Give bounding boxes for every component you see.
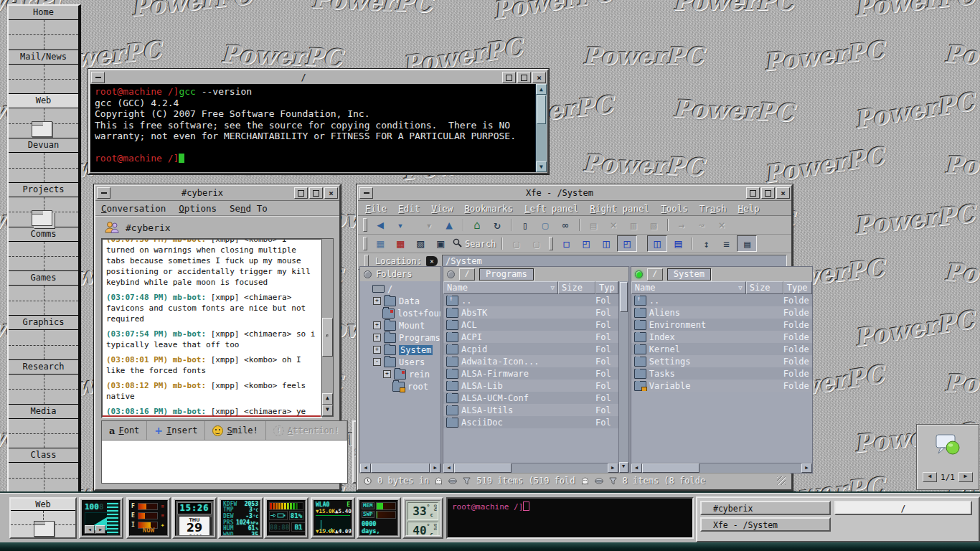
column-header-size[interactable]: Size — [558, 281, 595, 294]
up-button[interactable]: ▲ — [440, 217, 458, 232]
taskbar-pager-cell[interactable] — [11, 511, 75, 537]
file-row[interactable]: AliensFolde — [631, 306, 812, 319]
temperature-dockapp[interactable]: 33 ° c CPU 40 ° c SYS — [402, 497, 443, 539]
designer-button[interactable]: ▨ — [411, 236, 430, 251]
back-button[interactable]: ◀ — [371, 217, 390, 232]
window-button-0[interactable]: #cyberix — [700, 501, 831, 515]
chat-window[interactable]: #cyberix × ConversationOptionsSend To #c… — [94, 184, 341, 491]
terminal-titlebar[interactable]: / × — [90, 70, 547, 85]
column-header-size[interactable]: Size — [746, 281, 783, 294]
workspace-cell[interactable] — [9, 330, 78, 360]
workspace-label[interactable]: Home — [9, 6, 78, 20]
scroll-down-icon[interactable]: ▼ — [322, 405, 333, 416]
taskbar-terminal[interactable]: root@machine /] — [446, 497, 694, 539]
left-tab-label[interactable]: Programs — [479, 268, 534, 281]
file-row[interactable]: IndexFolde — [631, 331, 812, 343]
message-input[interactable] — [102, 441, 347, 483]
left-hscrollbar[interactable]: ◀ ▶ — [443, 463, 618, 473]
search-button[interactable]: Search — [451, 236, 497, 251]
workspace-cell[interactable] — [9, 463, 78, 493]
shade-button[interactable] — [502, 72, 516, 83]
workspace-cell[interactable] — [9, 65, 78, 95]
file-row[interactable]: ALSA-UCM-ConfFol — [443, 392, 618, 404]
tree-item-data[interactable]: +Data — [360, 295, 440, 307]
toolbar-grip[interactable] — [549, 237, 553, 250]
biorhythm-dockapp[interactable]: F≡E≡I✚ NOW — [126, 497, 171, 539]
menu-item-send-to[interactable]: Send To — [230, 203, 268, 214]
screen-button[interactable]: ▣ — [431, 236, 450, 251]
menu-item-edit[interactable]: Edit — [398, 203, 420, 214]
maximize-button[interactable] — [309, 187, 323, 199]
file-row[interactable]: KernelFolde — [631, 343, 812, 355]
iconify-button[interactable] — [91, 72, 105, 83]
tree-toggle-icon[interactable]: + — [373, 334, 381, 342]
workspace-pager[interactable]: HomeMail/NewsWebDevuanProjectsCommsGames… — [7, 4, 81, 496]
workspace-cell[interactable] — [9, 242, 78, 272]
scrollbar-thumb[interactable] — [322, 318, 333, 357]
tree-hscrollbar[interactable]: ◀ ▶ — [360, 463, 440, 473]
chat-titlebar[interactable]: #cyberix × — [95, 186, 339, 201]
workspace-cell[interactable] — [9, 108, 78, 138]
menu-item-conversation[interactable]: Conversation — [101, 203, 166, 214]
network-dockapp[interactable]: WLA0E ▼15.0K ▲5.40K ▼15.0K ▲4.09K — [311, 497, 355, 539]
workspace-label[interactable]: Class — [9, 448, 78, 463]
left-vscrollbar[interactable]: ▼ — [618, 281, 628, 473]
workspace-cell[interactable] — [9, 153, 78, 183]
workspace-cell[interactable] — [9, 20, 78, 50]
workspace-cell[interactable] — [9, 419, 78, 449]
tree-item-programs[interactable]: +Programs — [360, 331, 440, 344]
scroll-right-icon[interactable]: ▶ — [430, 463, 440, 473]
workspace-label[interactable]: Research — [9, 360, 78, 375]
terminal-body[interactable]: root@machine /]gcc --versiongcc (GCC) 4.… — [90, 84, 547, 172]
tree-item-rein[interactable]: +rein — [360, 368, 440, 380]
tree-toggle-icon[interactable]: + — [373, 346, 381, 354]
menu-item-file[interactable]: File — [365, 203, 387, 214]
scroll-down-icon[interactable]: ▼ — [619, 462, 628, 473]
tree-item-users[interactable]: -Users — [360, 356, 440, 368]
file-row[interactable]: ..Fol — [443, 294, 618, 306]
newtab-button[interactable]: ▢ — [507, 236, 525, 251]
column-header-typ[interactable]: Typ — [595, 281, 618, 294]
menu-item-trash[interactable]: Trash — [699, 203, 727, 214]
workspace-label[interactable]: Web — [9, 94, 78, 108]
cut-button[interactable]: × — [604, 217, 623, 232]
menu-item-left-panel[interactable]: Left panel — [524, 203, 578, 214]
workspace-label[interactable]: Graphics — [9, 316, 78, 330]
root-path-button[interactable]: / — [459, 268, 475, 281]
terminal-scrollbar[interactable]: ▲ ▼ — [535, 84, 547, 172]
workspace-label[interactable]: Mail/News — [9, 50, 78, 65]
window-button-2[interactable]: Xfe - /System — [700, 517, 831, 532]
details-button[interactable]: ▤ — [737, 235, 757, 252]
del-button[interactable]: × — [712, 217, 731, 232]
prev-message-button[interactable]: ◀ — [923, 472, 937, 482]
font-button[interactable]: aFont — [102, 421, 147, 440]
file-row[interactable]: AcpidFol — [443, 343, 618, 355]
close-button[interactable]: × — [532, 72, 546, 83]
backdrop-button[interactable]: ▾ — [391, 217, 410, 232]
file-row[interactable]: ACLFol — [443, 319, 618, 331]
v1-button[interactable]: ◫ — [647, 235, 667, 252]
root-path-button[interactable]: / — [647, 268, 663, 281]
symlink-button[interactable]: ↝ — [692, 217, 711, 232]
tree-toggle-icon[interactable]: + — [373, 297, 381, 305]
menu-item-tools[interactable]: Tools — [661, 203, 688, 214]
menu-item-help[interactable]: Help — [738, 203, 759, 214]
load-monitor-dockapp[interactable]: 1008 ◀▶ — [79, 497, 123, 539]
message-notifier-dock[interactable]: ◀ 1/1 ▶ — [916, 424, 979, 490]
maximize-button[interactable] — [761, 187, 775, 199]
tree-item-root[interactable]: root — [360, 380, 440, 392]
file-row[interactable]: AsciiDocFol — [443, 416, 618, 428]
xfewarn-button[interactable]: ▦ — [391, 236, 410, 251]
tree-toggle-icon[interactable]: + — [383, 370, 391, 378]
xfe-window[interactable]: Xfe - /System × FileEditViewBookmarksLef… — [357, 184, 793, 491]
file-row[interactable]: ACPIFol — [443, 331, 618, 343]
workspace-cell[interactable] — [9, 197, 78, 227]
tree-toggle-icon[interactable]: - — [373, 358, 381, 366]
shade-button[interactable] — [746, 187, 760, 199]
file-row[interactable]: SettingsFolde — [631, 355, 812, 367]
xfe-titlebar[interactable]: Xfe - /System × — [358, 186, 791, 201]
tree-item-mount[interactable]: +Mount — [360, 319, 440, 331]
p4-button[interactable]: ◰ — [617, 235, 637, 252]
maximize-button[interactable] — [517, 72, 531, 83]
toolbar-grip[interactable] — [363, 218, 367, 232]
